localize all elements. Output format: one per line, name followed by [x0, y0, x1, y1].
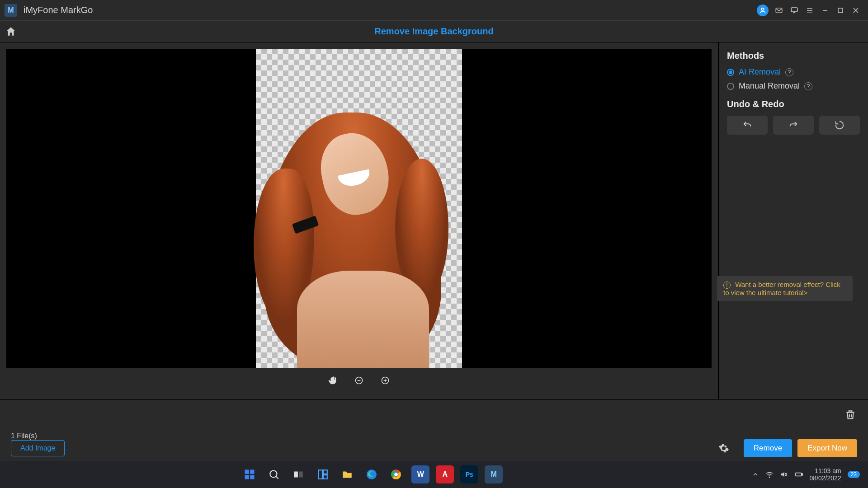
- mail-icon[interactable]: [771, 3, 787, 18]
- svg-rect-13: [319, 470, 323, 479]
- redo-button[interactable]: [773, 116, 814, 135]
- taskbar-start-icon[interactable]: [241, 465, 259, 483]
- method-manual-removal[interactable]: Manual Removal ?: [727, 81, 860, 91]
- thumbnail-strip: 1 File(s) Add Image Remove Export Now: [0, 399, 868, 461]
- title-bar: M iMyFone MarkGo: [0, 0, 868, 21]
- menu-icon[interactable]: [802, 3, 817, 18]
- svg-point-21: [394, 473, 398, 476]
- subject-silhouette: [256, 113, 462, 368]
- user-account-icon[interactable]: [757, 5, 769, 16]
- svg-point-22: [769, 477, 770, 478]
- help-icon[interactable]: ?: [785, 68, 793, 76]
- tutorial-tip[interactable]: ! Want a better removal effect? Click to…: [717, 276, 853, 301]
- window-close-icon[interactable]: [848, 3, 863, 18]
- svg-point-0: [761, 8, 764, 10]
- side-panel: Methods AI Removal ? Manual Removal ? Un…: [718, 42, 868, 399]
- taskbar-acrobat-icon[interactable]: A: [436, 465, 454, 483]
- tray-battery-icon[interactable]: [794, 470, 803, 479]
- feedback-icon[interactable]: [787, 3, 802, 18]
- taskbar-word-icon[interactable]: W: [411, 465, 429, 483]
- reset-button[interactable]: [819, 116, 860, 135]
- taskbar-photoshop-icon[interactable]: Ps: [460, 465, 478, 483]
- taskbar-explorer-icon[interactable]: [338, 465, 356, 483]
- main-area: Methods AI Removal ? Manual Removal ? Un…: [0, 42, 868, 399]
- system-tray: 11:03 am 08/02/2022 23: [744, 467, 868, 482]
- app-logo-icon: M: [5, 4, 17, 17]
- method-ai-removal[interactable]: AI Removal ?: [727, 67, 860, 77]
- help-icon[interactable]: ?: [804, 82, 812, 90]
- windows-taskbar: W A Ps M 11:03 am 08/02/2022 23: [0, 461, 868, 488]
- app-title: iMyFone MarkGo: [24, 5, 93, 15]
- svg-rect-23: [795, 473, 801, 476]
- mode-title: Remove Image Background: [22, 26, 868, 37]
- home-icon[interactable]: [0, 26, 22, 38]
- svg-rect-14: [323, 470, 327, 474]
- image-preview: [256, 49, 462, 368]
- add-image-button[interactable]: Add Image: [11, 440, 65, 456]
- radio-selected-icon: [727, 69, 734, 76]
- window-minimize-icon[interactable]: [817, 3, 833, 18]
- taskbar-widgets-icon[interactable]: [314, 465, 332, 483]
- svg-rect-9: [250, 475, 254, 479]
- method-ai-label: AI Removal: [739, 67, 781, 77]
- mode-bar: Remove Image Background: [0, 21, 868, 42]
- pan-hand-icon[interactable]: [327, 375, 338, 386]
- taskbar-edge-icon[interactable]: [363, 465, 381, 483]
- canvas-pane: [0, 42, 718, 399]
- tray-date: 08/02/2022: [810, 474, 841, 482]
- remove-button[interactable]: Remove: [744, 439, 792, 457]
- tray-time: 11:03 am: [810, 467, 841, 474]
- method-manual-label: Manual Removal: [739, 81, 800, 91]
- tray-wifi-icon[interactable]: [765, 470, 774, 479]
- svg-rect-6: [245, 470, 249, 474]
- tray-volume-icon[interactable]: [780, 470, 788, 479]
- canvas-toolbar: [6, 368, 712, 393]
- zoom-out-icon[interactable]: [354, 375, 364, 386]
- svg-rect-12: [299, 472, 303, 478]
- zoom-in-icon[interactable]: [380, 375, 391, 386]
- delete-icon[interactable]: [844, 409, 856, 421]
- undo-button[interactable]: [727, 116, 768, 135]
- svg-rect-2: [791, 8, 797, 12]
- canvas[interactable]: [6, 49, 712, 368]
- svg-rect-7: [250, 470, 254, 474]
- svg-rect-3: [838, 8, 843, 13]
- taskbar-taskview-icon[interactable]: [289, 465, 307, 483]
- svg-rect-24: [802, 474, 802, 475]
- svg-point-10: [270, 470, 277, 477]
- window-maximize-icon[interactable]: [833, 3, 848, 18]
- tray-overflow-icon[interactable]: [752, 471, 759, 478]
- tray-clock[interactable]: 11:03 am 08/02/2022: [810, 467, 841, 482]
- taskbar-chrome-icon[interactable]: [387, 465, 405, 483]
- undo-heading: Undo & Redo: [727, 99, 860, 109]
- taskbar-search-icon[interactable]: [265, 465, 283, 483]
- export-now-button[interactable]: Export Now: [797, 439, 857, 457]
- svg-rect-8: [245, 475, 249, 479]
- svg-rect-15: [323, 475, 327, 479]
- radio-unselected-icon: [727, 83, 734, 90]
- info-icon: !: [723, 282, 731, 289]
- methods-heading: Methods: [727, 51, 860, 61]
- tray-notification-badge[interactable]: 23: [848, 471, 860, 478]
- tip-text: Want a better removal effect? Click to v…: [723, 281, 840, 296]
- svg-rect-11: [294, 472, 298, 478]
- taskbar-markgo-icon[interactable]: M: [485, 465, 503, 483]
- settings-icon[interactable]: [717, 442, 730, 455]
